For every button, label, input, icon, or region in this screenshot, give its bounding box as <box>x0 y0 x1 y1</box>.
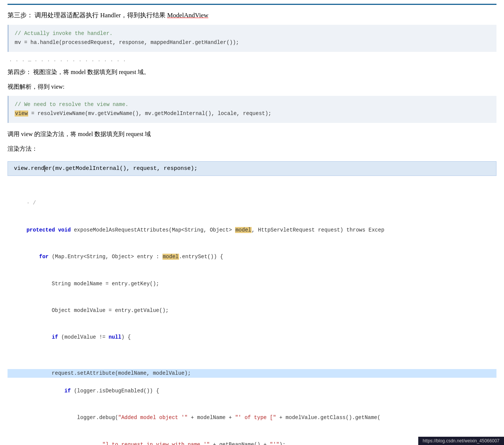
code2-view-highlight: view <box>15 110 28 117</box>
render-rest: r(mv.getModelInternal(), request, respon… <box>49 165 197 172</box>
call-view-text: 调用 view 的渲染方法，将 model 数据填充到 request 域 <box>8 131 151 137</box>
cursor: e <box>44 165 49 172</box>
bottom-bar: https://blog.csdn.net/weixin_45066007 <box>418 437 504 445</box>
render-view: view.rend <box>14 165 44 172</box>
render-code-block: view.render(mv.getModelInternal(), reque… <box>8 161 496 176</box>
code1-comment: // Actually invoke the handler. <box>15 30 112 36</box>
expose-line3: String modelName = entry.getKey(); <box>20 281 159 287</box>
expose-line2: for (Map.Entry<String, Object> entry : m… <box>20 254 223 260</box>
top-border <box>8 4 496 5</box>
step3-heading: 第三步： 调用处理器适配器执行 Handler，得到执行结果 ModelAndV… <box>8 10 496 20</box>
view-parse-heading: 视图解析，得到 view: <box>8 82 496 92</box>
expose-ellipsis: · / <box>20 200 36 206</box>
expose-line4: Object modelValue = entry.getValue(); <box>20 307 169 313</box>
step4-text: 第四步： 视图渲染，将 model 数据填充到 request 域。 <box>8 69 150 75</box>
bottom-bar-url: https://blog.csdn.net/weixin_45066007 <box>423 438 499 443</box>
expose-block: · / protected void exposeModelAsRequestA… <box>8 189 496 445</box>
code2-view-rest: = resolveViewName(mv.getViewName(), mv.g… <box>28 110 272 117</box>
render-heading: 渲染方法： <box>8 144 496 154</box>
call-view-heading: 调用 view 的渲染方法，将 model 数据填充到 request 域 <box>8 129 496 140</box>
ellipsis-1: · · · — · · · · · · · · · · · · · · · <box>8 58 496 64</box>
step4-heading: 第四步： 视图渲染，将 model 数据填充到 request 域。 <box>8 67 496 78</box>
expose-line7: if (logger.isDebugEnabled()) { <box>20 388 159 394</box>
expose-line8: logger.debug("Added model object '" + mo… <box>20 415 381 421</box>
expose-line9: "] to request in view with name '" + get… <box>20 442 286 445</box>
code2-comment: // We need to resolve the view name. <box>15 101 128 107</box>
step3-text: 第三步： 调用处理器适配器执行 Handler，得到执行结果 <box>8 12 165 19</box>
render-heading-text: 渲染方法： <box>8 145 38 152</box>
step3-highlight: ModelAndView <box>167 12 208 19</box>
code1-main: mv = ha.handle(processedRequest, respons… <box>15 39 239 45</box>
expose-line6-highlighted: request.setAttribute(modelName, modelVal… <box>8 369 496 378</box>
expose-line1: protected void exposeModelAsRequestAttri… <box>20 227 384 233</box>
code-block-2: // We need to resolve the view name. vie… <box>8 96 496 123</box>
view-parse-text: 视图解析，得到 view: <box>8 83 65 90</box>
code-block-1: // Actually invoke the handler. mv = ha.… <box>8 25 496 52</box>
expose-line5: if (modelValue != null) { <box>20 334 131 340</box>
